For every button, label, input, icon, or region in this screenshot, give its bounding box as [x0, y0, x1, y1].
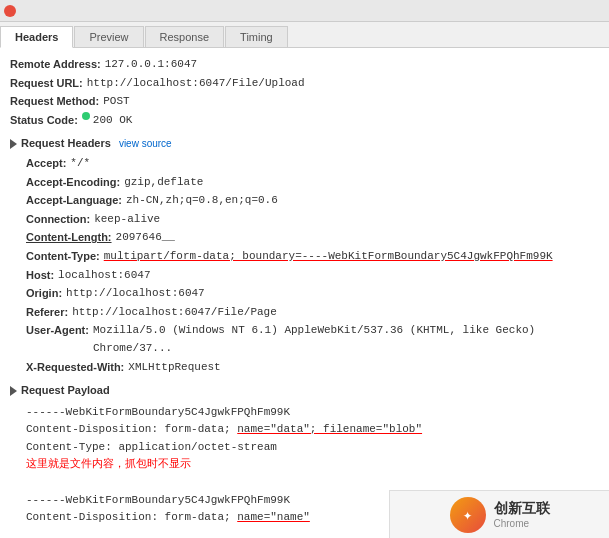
remote-address-value: 127.0.0.1:6047 [105, 56, 197, 74]
payload-line-4: 这里就是文件内容，抓包时不显示 [26, 456, 599, 474]
content-panel: Remote Address: 127.0.0.1:6047 Request U… [0, 48, 609, 538]
header-origin: Origin: http://localhost:6047 [26, 285, 599, 303]
logo-main-text: 创新互联 [494, 500, 550, 518]
remote-address-row: Remote Address: 127.0.0.1:6047 [10, 56, 599, 74]
request-headers-list: Accept: */* Accept-Encoding: gzip,deflat… [10, 155, 599, 376]
header-host-value: localhost:6047 [58, 267, 150, 285]
header-accept-encoding-value: gzip,deflate [124, 174, 203, 192]
payload-triangle-icon [10, 386, 17, 396]
close-button[interactable] [4, 5, 16, 17]
header-accept: Accept: */* [26, 155, 599, 173]
remote-address-label: Remote Address: [10, 56, 101, 74]
header-user-agent: User-Agent: Mozilla/5.0 (Windows NT 6.1)… [26, 322, 599, 357]
logo-text-group: 创新互联 Chrome [494, 500, 550, 529]
header-x-requested-with-value: XMLHttpRequest [128, 359, 220, 377]
header-accept-language: Accept-Language: zh-CN,zh;q=0.8,en;q=0.6 [26, 192, 599, 210]
logo-icon-symbol: ✦ [463, 505, 473, 525]
payload-line-1: ------WebKitFormBoundary5C4JgwkFPQhFm99K [26, 404, 599, 422]
header-referer-value: http://localhost:6047/File/Page [72, 304, 277, 322]
status-code-label: Status Code: [10, 112, 78, 130]
request-method-label: Request Method: [10, 93, 99, 111]
header-accept-value: */* [70, 155, 90, 173]
view-source-link[interactable]: view source [119, 136, 172, 152]
request-headers-label: Request Headers [21, 135, 111, 153]
header-origin-label: Origin: [26, 285, 62, 303]
header-host: Host: localhost:6047 [26, 267, 599, 285]
request-url-label: Request URL: [10, 75, 83, 93]
header-content-length-value: 2097646__ [116, 229, 175, 247]
triangle-icon [10, 139, 17, 149]
request-url-value: http://localhost:6047/File/Upload [87, 75, 305, 93]
header-accept-encoding-label: Accept-Encoding: [26, 174, 120, 192]
header-accept-encoding: Accept-Encoding: gzip,deflate [26, 174, 599, 192]
header-accept-label: Accept: [26, 155, 66, 173]
watermark-area: ✦ 创新互联 Chrome [389, 490, 609, 538]
tab-response[interactable]: Response [145, 26, 225, 47]
tab-headers[interactable]: Headers [0, 26, 73, 48]
header-content-length-label: Content-Length: [26, 229, 112, 247]
logo-icon: ✦ [450, 497, 486, 533]
request-payload-label: Request Payload [21, 382, 110, 400]
header-content-type-label: Content-Type: [26, 248, 100, 266]
status-green-dot [82, 112, 90, 120]
header-user-agent-value: Mozilla/5.0 (Windows NT 6.1) AppleWebKit… [93, 322, 599, 357]
tab-bar: Headers Preview Response Timing [0, 22, 609, 48]
header-origin-value: http://localhost:6047 [66, 285, 205, 303]
header-host-label: Host: [26, 267, 54, 285]
header-x-requested-with: X-Requested-With: XMLHttpRequest [26, 359, 599, 377]
payload-line-3: Content-Type: application/octet-stream [26, 439, 599, 457]
header-content-length: Content-Length: 2097646__ [26, 229, 599, 247]
header-x-requested-with-label: X-Requested-With: [26, 359, 124, 377]
header-content-type: Content-Type: multipart/form-data; bound… [26, 248, 599, 266]
request-method-value: POST [103, 93, 129, 111]
request-headers-section: Request Headers view source [10, 135, 599, 153]
header-referer-label: Referer: [26, 304, 68, 322]
header-accept-language-label: Accept-Language: [26, 192, 122, 210]
tab-preview[interactable]: Preview [74, 26, 143, 47]
header-accept-language-value: zh-CN,zh;q=0.8,en;q=0.6 [126, 192, 278, 210]
header-connection-value: keep-alive [94, 211, 160, 229]
tab-timing[interactable]: Timing [225, 26, 288, 47]
request-payload-section: Request Payload [10, 382, 599, 400]
request-url-row: Request URL: http://localhost:6047/File/… [10, 75, 599, 93]
header-connection: Connection: keep-alive [26, 211, 599, 229]
header-user-agent-label: User-Agent: [26, 322, 89, 357]
logo-sub-text: Chrome [494, 518, 550, 529]
title-bar [0, 0, 609, 22]
payload-line-2: Content-Disposition: form-data; name="da… [26, 421, 599, 439]
status-code-value: 200 OK [93, 112, 133, 130]
header-referer: Referer: http://localhost:6047/File/Page [26, 304, 599, 322]
header-connection-label: Connection: [26, 211, 90, 229]
request-method-row: Request Method: POST [10, 93, 599, 111]
status-code-row: Status Code: 200 OK [10, 112, 599, 130]
header-content-type-value: multipart/form-data; boundary=----WebKit… [104, 248, 553, 266]
